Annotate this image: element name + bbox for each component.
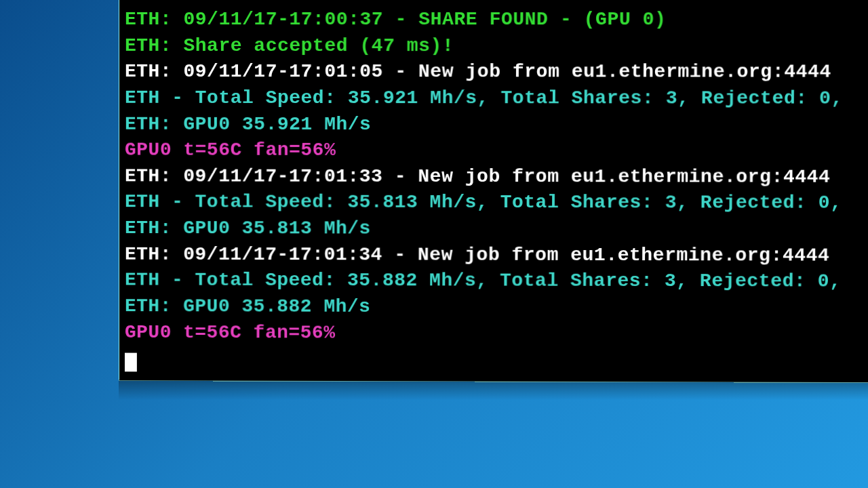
window-shadow: [119, 380, 868, 400]
log-line: ETH: 09/11/17-17:00:37 - SHARE FOUND - (…: [125, 7, 863, 33]
log-line: ETH: GPU0 35.813 Mh/s: [125, 216, 861, 243]
log-line: ETH: GPU0 35.882 Mh/s: [125, 293, 861, 321]
log-line: ETH: 09/11/17-17:01:34 - New job from eu…: [125, 241, 861, 268]
log-line: ETH: 09/11/17-17:01:33 - New job from eu…: [125, 163, 862, 190]
terminal-window[interactable]: ETH: 09/11/17-17:00:37 - SHARE FOUND - (…: [119, 0, 868, 383]
cursor-icon: [125, 352, 137, 371]
log-line: ETH - Total Speed: 35.921 Mh/s, Total Sh…: [125, 85, 863, 112]
log-line: GPU0 t=56C fan=56%: [125, 319, 861, 347]
log-line: ETH - Total Speed: 35.813 Mh/s, Total Sh…: [125, 190, 862, 217]
log-line: ETH: GPU0 35.921 Mh/s: [125, 111, 863, 138]
log-line: GPU0 t=56C fan=56%: [125, 138, 862, 165]
log-line: ETH: 09/11/17-17:01:05 - New job from eu…: [125, 59, 863, 85]
log-line: ETH: Share accepted (47 ms)!: [125, 33, 863, 60]
log-line: ETH - Total Speed: 35.882 Mh/s, Total Sh…: [125, 268, 861, 296]
